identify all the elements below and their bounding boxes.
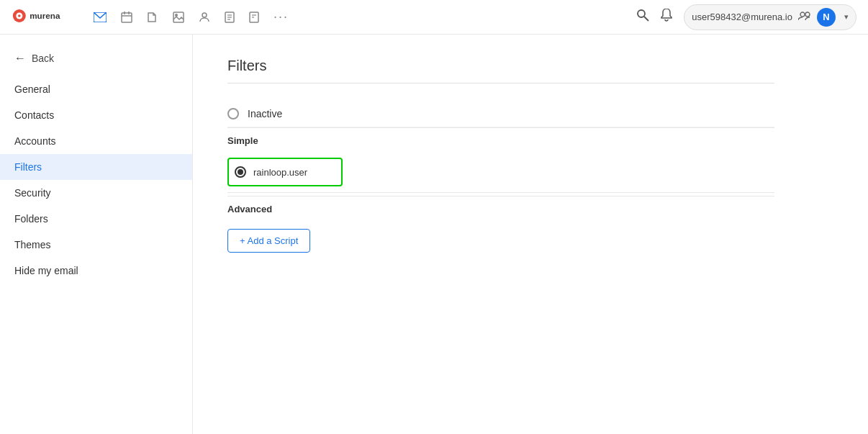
filter-script-item[interactable]: rainloop.user	[227, 158, 343, 186]
back-label: Back	[32, 53, 54, 64]
sidebar-item-general[interactable]: General	[0, 76, 192, 102]
advanced-section-label: Advanced	[227, 204, 774, 214]
back-arrow-icon: ←	[14, 52, 26, 65]
svg-point-11	[202, 13, 207, 17]
svg-point-2	[18, 14, 21, 17]
radio-inner-dot	[238, 169, 243, 175]
nav-icons: ···	[94, 9, 636, 24]
svg-line-20	[644, 17, 648, 21]
main-content: Filters Inactive Simple rainloop.user	[193, 35, 868, 434]
script-name-label: rainloop.user	[253, 167, 307, 178]
advanced-section: Advanced + Add a Script	[227, 196, 774, 256]
docs-icon[interactable]	[249, 12, 259, 23]
svg-point-22	[805, 12, 810, 17]
topbar: murena ··· us	[0, 0, 868, 35]
sidebar: ← Back General Contacts Accounts Filters…	[0, 35, 193, 434]
svg-text:murena: murena	[30, 12, 60, 21]
mail-icon[interactable]	[94, 12, 107, 22]
sidebar-item-folders[interactable]: Folders	[0, 206, 192, 232]
notes-icon[interactable]	[225, 12, 235, 23]
chevron-down-icon: ▾	[844, 12, 849, 22]
inactive-radio[interactable]	[227, 108, 239, 119]
photos-icon[interactable]	[173, 12, 184, 23]
back-button[interactable]: ← Back	[0, 46, 192, 76]
inactive-filter-row[interactable]: Inactive	[227, 101, 774, 127]
user-menu[interactable]: user598432@murena.io N ▾	[684, 4, 856, 30]
sidebar-item-themes[interactable]: Themes	[0, 232, 192, 258]
svg-point-19	[638, 10, 645, 17]
svg-rect-5	[122, 13, 132, 22]
contacts2-icon[interactable]	[199, 12, 210, 23]
sidebar-item-accounts[interactable]: Accounts	[0, 128, 192, 154]
simple-section-label: Simple	[227, 135, 774, 146]
files-icon[interactable]	[147, 12, 158, 23]
user-manage-icon	[798, 11, 811, 23]
page-title: Filters	[227, 58, 774, 83]
sidebar-item-filters[interactable]: Filters	[0, 154, 192, 180]
calendar-icon[interactable]	[121, 12, 132, 23]
filters-section: Filters Inactive Simple rainloop.user	[227, 58, 774, 256]
logo[interactable]: murena	[12, 6, 76, 28]
search-icon[interactable]	[636, 9, 649, 25]
add-script-label: + Add a Script	[240, 235, 298, 246]
add-script-button[interactable]: + Add a Script	[227, 229, 310, 253]
user-avatar: N	[817, 8, 836, 27]
sidebar-item-security[interactable]: Security	[0, 180, 192, 206]
sidebar-item-contacts[interactable]: Contacts	[0, 102, 192, 128]
svg-point-21	[800, 12, 805, 17]
inactive-label: Inactive	[248, 108, 282, 119]
sidebar-item-hide-email[interactable]: Hide my email	[0, 258, 192, 284]
bell-icon[interactable]	[661, 9, 672, 25]
simple-section: Simple rainloop.user	[227, 128, 774, 196]
more-icon[interactable]: ···	[273, 9, 289, 24]
layout: ← Back General Contacts Accounts Filters…	[0, 35, 868, 434]
user-email-label: user598432@murena.io	[692, 12, 792, 22]
topbar-right: user598432@murena.io N ▾	[636, 4, 856, 30]
script-radio-selected[interactable]	[235, 166, 246, 178]
